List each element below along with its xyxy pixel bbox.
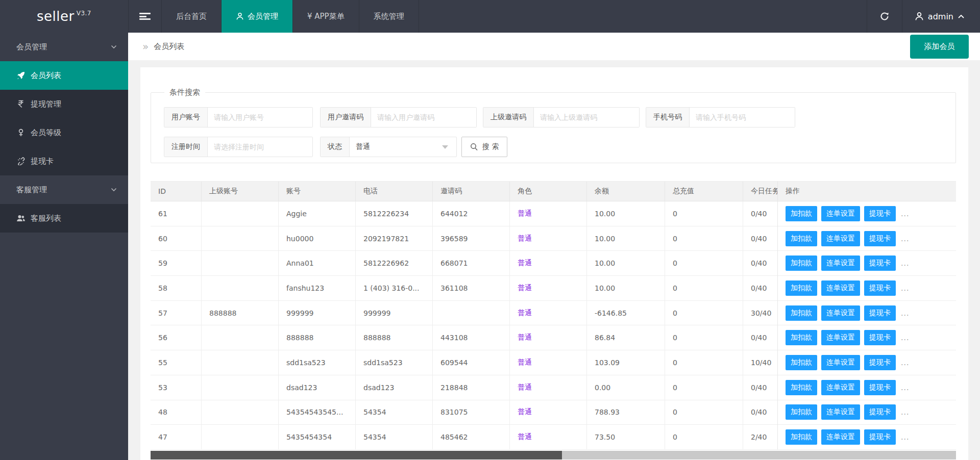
add-deduct-button[interactable]: 加扣款 <box>786 280 817 296</box>
withdraw-card-button[interactable]: 提现卡 <box>864 280 896 296</box>
scrollbar-thumb[interactable] <box>151 451 562 459</box>
chain-order-settings-button[interactable]: 连单设置 <box>821 255 860 271</box>
role-link[interactable]: 普通 <box>518 259 532 268</box>
cell-上级账号: 888888 <box>202 301 279 325</box>
add-deduct-button[interactable]: 加扣款 <box>786 355 817 370</box>
chain-order-settings-button[interactable]: 连单设置 <box>821 429 860 445</box>
more-actions-button[interactable]: ... <box>901 235 909 243</box>
operations-body: 加扣款连单设置提现卡...加扣款连单设置提现卡...加扣款连单设置提现卡...加… <box>778 201 956 450</box>
sidebar-item-4[interactable]: 提现卡 <box>0 147 128 175</box>
chain-order-settings-button[interactable]: 连单设置 <box>821 280 860 296</box>
cell-余额: 103.09 <box>587 350 665 375</box>
add-deduct-button[interactable]: 加扣款 <box>786 404 817 420</box>
cell-余额: 73.50 <box>587 425 665 449</box>
sidebar-item-2[interactable]: 提现管理 <box>0 90 128 118</box>
withdraw-card-button[interactable]: 提现卡 <box>864 429 896 445</box>
cell-上级账号 <box>202 350 279 375</box>
nav-item-1[interactable]: 会员管理 <box>222 0 293 33</box>
more-actions-button[interactable]: ... <box>901 210 909 218</box>
search-button[interactable]: 搜 索 <box>461 137 507 157</box>
chain-order-settings-button[interactable]: 连单设置 <box>821 380 860 395</box>
more-actions-button[interactable]: ... <box>901 309 909 317</box>
add-deduct-button[interactable]: 加扣款 <box>786 255 817 271</box>
role-link[interactable]: 普通 <box>518 383 532 392</box>
add-deduct-button[interactable]: 加扣款 <box>786 330 817 345</box>
role-link[interactable]: 普通 <box>518 333 532 342</box>
parent-invite-code-label: 上级邀请码 <box>483 108 534 127</box>
cell-ID: 58 <box>151 276 202 300</box>
add-deduct-button[interactable]: 加扣款 <box>786 380 817 395</box>
nav-item-0[interactable]: 后台首页 <box>162 0 222 33</box>
more-actions-button[interactable]: ... <box>901 284 909 292</box>
sidebar-item-6[interactable]: 客服列表 <box>0 204 128 233</box>
cell-上级账号 <box>202 251 279 275</box>
role-link[interactable]: 普通 <box>518 309 532 318</box>
cell-角色: 普通 <box>510 350 587 375</box>
more-actions-button[interactable]: ... <box>901 433 909 441</box>
invite-code-input[interactable] <box>371 108 476 127</box>
chain-order-settings-button[interactable]: 连单设置 <box>821 305 860 321</box>
nav-item-2[interactable]: ¥ APP菜单 <box>293 0 359 33</box>
cell-上级账号 <box>202 400 279 425</box>
nav-item-label: 系统管理 <box>374 12 404 21</box>
sidebar-item-3[interactable]: 会员等级 <box>0 118 128 147</box>
search-button-label: 搜 索 <box>482 142 499 151</box>
withdraw-card-button[interactable]: 提现卡 <box>864 231 896 246</box>
role-link[interactable]: 普通 <box>518 407 532 417</box>
sidebar-item-label: 提现卡 <box>31 157 54 166</box>
role-link[interactable]: 普通 <box>518 209 532 218</box>
role-link[interactable]: 普通 <box>518 234 532 243</box>
cell-余额: 10.00 <box>587 251 665 275</box>
more-actions-button[interactable]: ... <box>901 384 909 392</box>
withdraw-card-button[interactable]: 提现卡 <box>864 330 896 345</box>
chain-order-settings-button[interactable]: 连单设置 <box>821 206 860 221</box>
add-deduct-button[interactable]: 加扣款 <box>786 429 817 445</box>
role-link[interactable]: 普通 <box>518 284 532 293</box>
chain-order-settings-button[interactable]: 连单设置 <box>821 355 860 370</box>
more-actions-button[interactable]: ... <box>901 359 909 367</box>
role-link[interactable]: 普通 <box>518 358 532 367</box>
cell-电话: 2092197821 <box>356 226 433 251</box>
sidebar-item-1[interactable]: 会员列表 <box>0 61 128 90</box>
register-time-input[interactable] <box>208 137 312 157</box>
add-deduct-button[interactable]: 加扣款 <box>786 305 817 321</box>
phone-input[interactable] <box>690 108 795 127</box>
more-actions-button[interactable]: ... <box>901 259 909 267</box>
cell-ID: 47 <box>151 425 202 449</box>
withdraw-card-button[interactable]: 提现卡 <box>864 404 896 420</box>
withdraw-card-button[interactable]: 提现卡 <box>864 206 896 221</box>
withdraw-card-button[interactable]: 提现卡 <box>864 355 896 370</box>
status-select[interactable]: 普通 <box>350 137 456 157</box>
more-actions-button[interactable]: ... <box>901 334 909 342</box>
withdraw-card-button[interactable]: 提现卡 <box>864 305 896 321</box>
table-row: 57888888999999999999普通-6146.85030/40 <box>151 301 820 326</box>
user-menu[interactable]: admin <box>902 0 980 33</box>
table-row: 53dsad123dsad123218848普通0.0000/40 <box>151 375 820 400</box>
refresh-button[interactable] <box>867 0 902 33</box>
cell-账号: sdd1sa523 <box>279 350 356 375</box>
chain-order-settings-button[interactable]: 连单设置 <box>821 330 860 345</box>
cell-余额: 10.00 <box>587 226 665 251</box>
withdraw-card-button[interactable]: 提现卡 <box>864 380 896 395</box>
withdraw-card-button[interactable]: 提现卡 <box>864 255 896 271</box>
add-member-button[interactable]: 添加会员 <box>910 35 969 59</box>
sidebar-item-5[interactable]: 客服管理 <box>0 175 128 204</box>
sidebar-toggle-button[interactable] <box>128 0 162 33</box>
role-link[interactable]: 普通 <box>518 432 532 442</box>
account-input[interactable] <box>208 108 312 127</box>
sidebar-item-label: 客服管理 <box>16 185 47 195</box>
add-deduct-button[interactable]: 加扣款 <box>786 231 817 246</box>
cell-电话: 999999 <box>356 301 433 325</box>
nav-item-3[interactable]: 系统管理 <box>359 0 419 33</box>
cell-角色: 普通 <box>510 425 587 449</box>
horizontal-scrollbar[interactable] <box>151 451 956 459</box>
sidebar-item-0[interactable]: 会员管理 <box>0 33 128 61</box>
search-group-register-time: 注册时间 <box>164 137 313 157</box>
cell-余额: 10.00 <box>587 201 665 226</box>
add-deduct-button[interactable]: 加扣款 <box>786 206 817 221</box>
cell-ID: 48 <box>151 400 202 425</box>
parent-invite-code-input[interactable] <box>534 108 639 127</box>
more-actions-button[interactable]: ... <box>901 408 909 416</box>
chain-order-settings-button[interactable]: 连单设置 <box>821 231 860 246</box>
chain-order-settings-button[interactable]: 连单设置 <box>821 404 860 420</box>
